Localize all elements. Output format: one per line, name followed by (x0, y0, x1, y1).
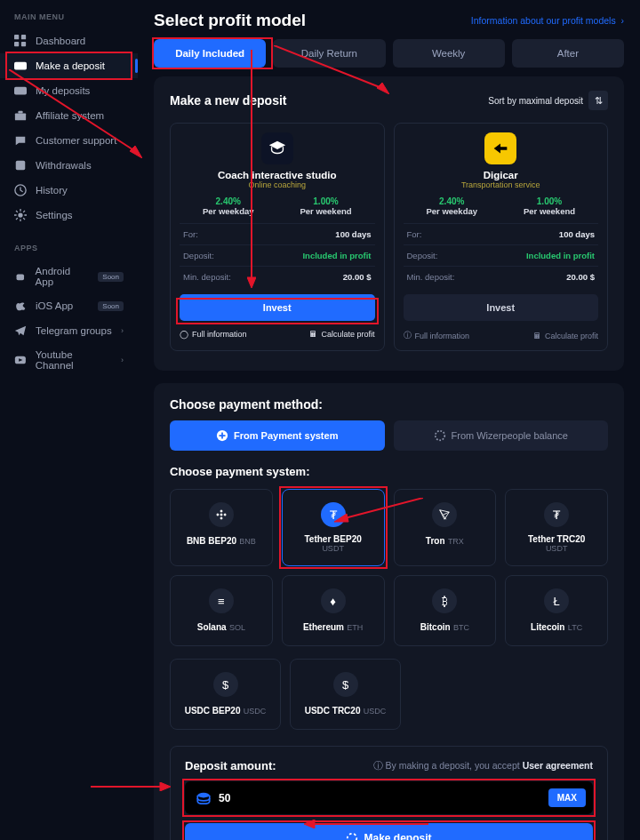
sidebar-item-my-deposits[interactable]: My deposits (0, 78, 138, 103)
svg-rect-1 (21, 35, 26, 39)
full-info-link[interactable]: ◯ Full information (180, 330, 247, 339)
youtube-icon (14, 354, 27, 366)
gear-icon (14, 209, 27, 221)
svg-rect-11 (17, 274, 24, 280)
user-agreement-link[interactable]: User agreement (523, 760, 593, 771)
coin-litecoin[interactable]: Ł Litecoin LTC (505, 575, 608, 646)
sidebar-label: Android App (36, 266, 90, 287)
sidebar-item-make-deposit[interactable]: Make a deposit (0, 53, 138, 78)
case-icon (14, 109, 27, 122)
sidebar-item-withdrawals[interactable]: Withdrawals (0, 153, 138, 178)
svg-rect-8 (16, 161, 26, 171)
tab-from-payment-system[interactable]: From Payment system (170, 420, 385, 451)
sidebar-item-dashboard[interactable]: Dashboard (0, 28, 138, 53)
bitcoin-icon: ₿ (432, 588, 457, 613)
sort-icon: ⇅ (588, 91, 608, 110)
tab-from-balance[interactable]: From Wizerpeople balance (394, 420, 609, 451)
soon-badge: Soon (98, 301, 124, 311)
card-sub: Online coaching (180, 180, 375, 189)
coin-tether-bep20[interactable]: ₮ Tether BEP20 USDT (282, 489, 385, 566)
svg-rect-5 (14, 87, 27, 95)
svg-rect-4 (14, 62, 27, 70)
plus-circle-icon (216, 429, 228, 442)
sidebar-label: History (36, 185, 68, 196)
apple-icon (14, 300, 27, 312)
tab-weekly[interactable]: Weekly (393, 39, 505, 68)
main-menu-header: MAIN MENU (0, 9, 138, 28)
android-icon (14, 270, 27, 283)
sidebar-app-android[interactable]: Android App Soon (0, 260, 138, 293)
soon-badge: Soon (98, 272, 124, 282)
coin-usdc-bep20[interactable]: $ USDC BEP20 USDC (170, 659, 281, 730)
chevron-right-icon: › (121, 356, 124, 364)
bnb-icon (209, 502, 234, 527)
make-deposit-button[interactable]: Make deposit (185, 823, 593, 840)
calc-profit-link[interactable]: 🖩 Calculate profit (309, 330, 374, 339)
payment-system-title: Choose payment system: (170, 465, 608, 478)
deposit-amount-title: Deposit amount: (185, 759, 276, 772)
tab-daily-return[interactable]: Daily Return (273, 39, 385, 68)
telegram-icon (14, 324, 27, 337)
chevron-right-icon: › (121, 326, 124, 335)
coin-ethereum[interactable]: ♦ Ethereum ETH (282, 575, 385, 646)
svg-rect-3 (21, 42, 26, 46)
spinner-icon (346, 832, 358, 840)
deposit-amount-input[interactable] (212, 792, 548, 804)
tab-after[interactable]: After (512, 39, 624, 68)
tron-icon (432, 502, 457, 527)
coin-tether-trc20[interactable]: ₮ Tether TRC20 USDT (505, 489, 608, 566)
coin-solana[interactable]: ≡ Solana SOL (170, 575, 273, 646)
sidebar-item-support[interactable]: Customer support (0, 128, 138, 153)
apps-header: APPS (0, 240, 138, 260)
withdraw-icon (14, 159, 27, 172)
sidebar-item-history[interactable]: History (0, 178, 138, 203)
coin-usdc-trc20[interactable]: $ USDC TRC20 USDC (290, 659, 401, 730)
coin-bitcoin[interactable]: ₿ Bitcoin BTC (394, 575, 497, 646)
sidebar-label: Make a deposit (36, 60, 105, 71)
solana-icon: ≡ (209, 588, 234, 613)
svg-rect-2 (14, 42, 19, 46)
svg-point-18 (435, 431, 444, 441)
invest-button[interactable]: Invest (404, 294, 599, 321)
clock-icon (14, 184, 27, 196)
sidebar-app-youtube[interactable]: Youtube Channel › (0, 343, 138, 377)
card-sub: Transportation service (404, 180, 599, 189)
coin-tron[interactable]: Tron TRX (394, 489, 497, 566)
sidebar-label: Affiliate system (36, 110, 104, 121)
sidebar-label: iOS App (36, 300, 73, 311)
deposit-notice: ⓘ By making a deposit, you accept User a… (373, 760, 593, 772)
sidebar-label: Withdrawals (36, 160, 92, 171)
page-title: Select profit model (154, 11, 306, 30)
svg-rect-0 (14, 35, 19, 39)
coins-icon (196, 790, 212, 806)
sidebar-item-settings[interactable]: Settings (0, 203, 138, 228)
sort-control[interactable]: Sort by maximal deposit ⇅ (488, 91, 608, 110)
sidebar-label: Telegram groups (36, 325, 112, 336)
wallet-icon (14, 84, 27, 97)
calc-profit-link[interactable]: 🖩 Calculate profit (533, 330, 598, 341)
sidebar-app-telegram[interactable]: Telegram groups › (0, 318, 138, 343)
tether-icon: ₮ (321, 502, 346, 527)
sidebar-item-affiliate[interactable]: Affiliate system (0, 103, 138, 128)
usdc-icon: $ (333, 672, 358, 697)
ethereum-icon: ♦ (321, 588, 346, 613)
deposit-panel-title: Make a new deposit (170, 93, 286, 108)
card-icon (14, 60, 27, 72)
profit-models-info-link[interactable]: Information about our profit models › (471, 15, 624, 26)
coin-bnb-bep20[interactable]: BNB BEP20 BNB (170, 489, 273, 566)
sidebar-label: Youtube Channel (36, 349, 112, 371)
card-name: Digicar (404, 170, 599, 180)
svg-marker-22 (160, 782, 171, 791)
invest-button[interactable]: Invest (180, 294, 375, 321)
card-name: Coach interactive studio (180, 170, 375, 180)
svg-rect-6 (15, 113, 26, 120)
digicar-logo (484, 132, 516, 164)
payment-method-title: Choose payment method: (170, 397, 608, 412)
full-info-link[interactable]: ⓘ Full information (404, 330, 470, 341)
max-button[interactable]: MAX (548, 788, 586, 807)
svg-point-25 (197, 792, 210, 797)
usdc-icon: $ (213, 672, 238, 697)
tab-daily-included[interactable]: Daily Included (154, 39, 266, 68)
sidebar-app-ios[interactable]: iOS App Soon (0, 293, 138, 318)
svg-point-10 (18, 212, 22, 217)
